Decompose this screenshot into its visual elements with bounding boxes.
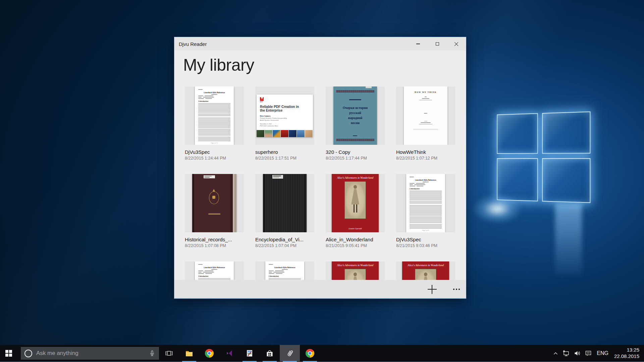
paint-icon	[245, 349, 254, 358]
library-grid: Lizardtech DjVu Reference 1 Introduction	[185, 86, 456, 280]
page-title: My library	[183, 55, 466, 75]
text-paragraph	[410, 201, 442, 204]
text-line	[204, 176, 212, 177]
more-button[interactable]	[449, 282, 464, 297]
library-item[interactable]: Lizardtech DjVu Reference 1 Introduction	[396, 174, 455, 261]
cover-maroon-book	[192, 174, 236, 232]
text-line	[419, 124, 432, 125]
text-line	[198, 272, 202, 273]
text-paragraph	[410, 217, 442, 223]
tray-time: 13:25	[614, 347, 639, 353]
text-line	[273, 176, 281, 176]
text-line	[211, 269, 217, 270]
tray-date: 22.08.2015	[614, 353, 639, 360]
text-line	[273, 272, 284, 273]
text-line	[203, 272, 214, 273]
alice-illustration	[344, 181, 366, 219]
book-thumbnail: Lizardtech DjVu Reference 1 Introduction	[255, 261, 314, 280]
chrome-button-2[interactable]	[300, 345, 320, 362]
text-line	[205, 98, 212, 99]
text-line	[419, 100, 432, 101]
ornament-band	[336, 139, 374, 141]
visual-studio-button[interactable]	[219, 345, 239, 362]
library-item[interactable]: Lizardtech DjVu Reference 1 Introduction	[185, 86, 244, 174]
text-line	[269, 272, 272, 273]
title-line: народной	[333, 115, 377, 120]
search-input[interactable]	[36, 350, 149, 357]
slide-author: Dov Isaacs	[260, 115, 313, 117]
taskbar-search[interactable]	[21, 347, 159, 360]
logo-pane	[542, 158, 590, 203]
cover-title-page: HOW WE THINK	[404, 86, 447, 145]
chrome-icon	[205, 349, 214, 358]
action-center-button[interactable]	[584, 349, 592, 357]
title-line: русской	[333, 110, 377, 115]
book-title: Очерки истории русской народной песни	[333, 105, 377, 125]
text-line	[269, 270, 274, 271]
item-title: Encyclopedia_of_Vi...	[255, 237, 314, 242]
microphone-icon[interactable]	[149, 350, 156, 357]
item-date: 8/22/2015 1:07:08 PM	[185, 243, 244, 248]
chevron-up-icon	[552, 350, 559, 357]
book-thumbnail: Lizardtech DjVu Reference 1 Introduction	[185, 261, 244, 280]
library-item[interactable]: HOW WE THINK HowWeThink 8/22/2015 1:	[396, 86, 455, 174]
item-title: HowWeThink	[396, 149, 455, 155]
slide-org: Adobe Systems Incorporated	[260, 119, 313, 121]
library-item-partial[interactable]: Alice's Adventures in Wonderland	[396, 261, 455, 280]
library-item[interactable]: Очерки истории русской народной песни 32…	[326, 86, 385, 174]
item-date: 8/22/2015 1:17:51 PM	[255, 156, 314, 161]
alice-figure	[350, 273, 361, 280]
maximize-button[interactable]	[428, 37, 447, 51]
text-paragraph	[198, 129, 230, 136]
action-center-icon	[584, 349, 592, 357]
start-button[interactable]	[0, 345, 17, 362]
library-item-partial[interactable]: Lizardtech DjVu Reference 1 Introduction	[255, 261, 314, 280]
windows-hero-logo	[497, 111, 595, 206]
text-line	[269, 273, 274, 274]
slide-event: PDF 2001 Conference West	[260, 125, 313, 127]
taskbar: ENG 13:25 22.08.2015	[0, 345, 644, 362]
paint-button[interactable]	[239, 345, 260, 362]
cover-document: Lizardtech DjVu Reference 1 Introduction	[195, 86, 234, 145]
library-item[interactable]: Historical_records_... 8/22/2015 1:07:08…	[185, 174, 244, 261]
paperclip-icon	[283, 347, 296, 359]
book-thumbnail: Alice's Adventures in Wonderland	[326, 261, 385, 280]
book-thumbnail: Adobe Reliable PDF Creation in the Enter…	[255, 86, 314, 145]
library-item-partial[interactable]: Lizardtech DjVu Reference 1 Introduction	[185, 261, 244, 280]
text-paragraph	[410, 224, 442, 229]
title-line: Очерки истории	[333, 105, 377, 110]
task-view-button[interactable]	[159, 345, 179, 362]
tray-chevron-button[interactable]	[552, 350, 559, 357]
cover-document: Lizardtech DjVu Reference 1 Introduction	[406, 174, 445, 232]
library-item-partial[interactable]: Alice's Adventures in Wonderland	[326, 261, 385, 280]
minimize-button[interactable]	[409, 37, 428, 51]
library-item[interactable]: Encyclopedia_of_Vi... 8/22/2015 1:07:04 …	[255, 174, 314, 261]
library-item[interactable]: Adobe Reliable PDF Creation in the Enter…	[255, 86, 314, 174]
adobe-logo-icon	[260, 97, 264, 101]
add-book-button[interactable]	[424, 282, 440, 297]
task-view-icon	[165, 349, 173, 358]
doc-footer: Page 1 of 71	[410, 230, 442, 231]
chrome-button[interactable]	[199, 345, 219, 362]
cover-document: Lizardtech DjVu Reference 1 Introduction	[265, 261, 304, 280]
window-title: Djvu Reader	[174, 41, 409, 47]
item-title: Alice_in_Wonderland	[326, 237, 385, 242]
text-line	[273, 177, 279, 178]
visual-studio-icon	[225, 349, 234, 358]
book-thumbnail: Lizardtech DjVu Reference 1 Introduction	[185, 86, 244, 145]
close-button[interactable]	[447, 37, 466, 51]
volume-button[interactable]	[573, 349, 581, 357]
item-title: Historical_records_...	[185, 237, 244, 242]
item-date: 8/21/2015 9:03:46 PM	[396, 243, 455, 248]
book-thumbnail: Lizardtech DjVu Reference 1 Introduction	[396, 174, 455, 232]
file-explorer-button[interactable]	[179, 345, 199, 362]
djvu-reader-taskbar-button[interactable]	[280, 345, 300, 362]
window-titlebar[interactable]: Djvu Reader	[174, 37, 466, 51]
library-item[interactable]: Alice's Adventures in Wonderland Lewis C…	[326, 174, 385, 261]
cover-teal-book: Очерки истории русской народной песни	[333, 86, 377, 145]
clock[interactable]: 13:25 22.08.2015	[613, 347, 639, 360]
library-label	[204, 175, 215, 178]
windows-store-button[interactable]	[260, 345, 280, 362]
language-indicator[interactable]: ENG	[595, 350, 610, 356]
network-button[interactable]	[562, 349, 570, 357]
